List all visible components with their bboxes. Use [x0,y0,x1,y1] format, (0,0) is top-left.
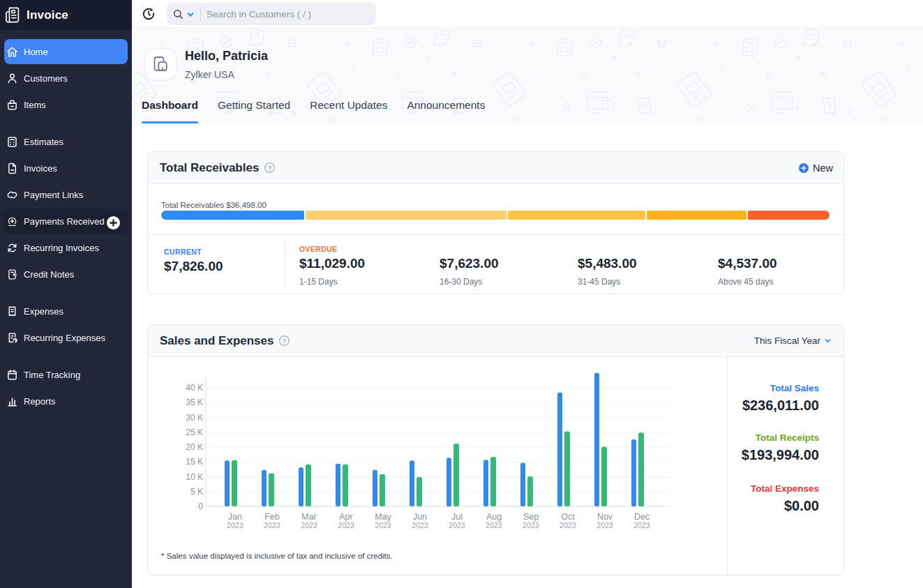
svg-text:Dec: Dec [634,512,650,522]
svg-text:2023: 2023 [301,521,317,529]
svg-text:2023: 2023 [412,521,428,529]
svg-text:2023: 2023 [264,521,280,529]
svg-text:10 K: 10 K [186,472,203,482]
svg-text:20 K: 20 K [186,442,203,452]
svg-text:Jun: Jun [413,512,427,522]
svg-text:Sep: Sep [523,512,539,522]
svg-text:25 K: 25 K [186,428,203,437]
svg-text:2023: 2023 [523,521,539,529]
svg-text:2023: 2023 [560,521,576,529]
svg-text:2023: 2023 [486,521,502,529]
svg-text:Feb: Feb [264,512,280,522]
svg-text:2023: 2023 [227,521,243,529]
svg-text:2023: 2023 [449,521,465,529]
svg-text:Nov: Nov [597,512,613,522]
svg-text:Mar: Mar [301,512,317,522]
svg-text:Aug: Aug [486,512,502,522]
svg-text:35 K: 35 K [186,398,203,407]
svg-text:30 K: 30 K [186,413,203,423]
svg-text:Apr: Apr [339,512,352,522]
svg-text:Jul: Jul [451,512,463,522]
svg-text:5 K: 5 K [190,487,203,497]
svg-text:Jan: Jan [228,512,242,522]
svg-text:2023: 2023 [338,521,354,529]
svg-text:0: 0 [198,502,203,511]
svg-text:2023: 2023 [375,521,391,529]
svg-text:2023: 2023 [596,521,613,529]
svg-text:Oct: Oct [561,512,575,522]
svg-text:15 K: 15 K [186,457,203,467]
svg-text:2023: 2023 [633,521,650,529]
svg-text:40 K: 40 K [186,383,203,393]
svg-text:May: May [375,512,391,522]
